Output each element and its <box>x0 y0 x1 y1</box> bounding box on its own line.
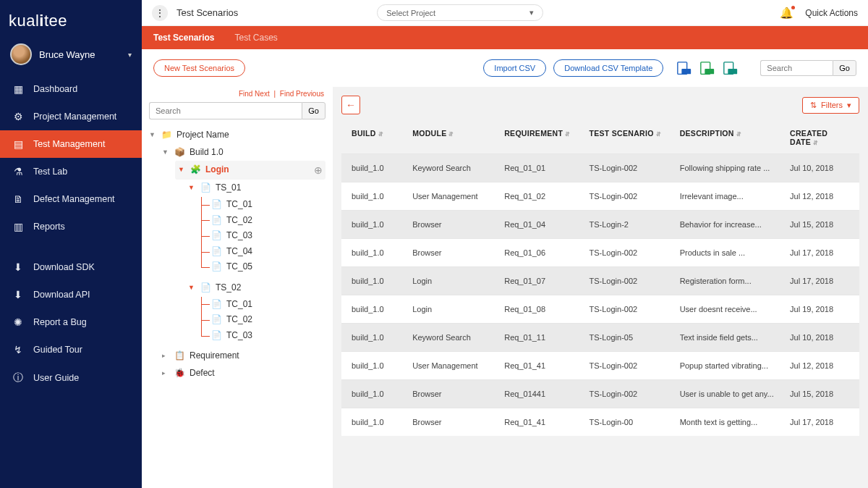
chevron-down-icon: ▾ <box>128 51 132 59</box>
tab-test-scenarios[interactable]: Test Scenarios <box>153 33 214 43</box>
box-icon: 📦 <box>174 147 185 159</box>
tree-node-tc[interactable]: 📄TC_02 <box>211 213 326 229</box>
search-input[interactable] <box>760 60 833 76</box>
export-xls-icon[interactable] <box>699 61 715 75</box>
cell-description: Following shipping rate ... <box>676 164 786 172</box>
cell-build: build_1.0 <box>347 333 408 342</box>
tree-node-login[interactable]: ▼ 🧩 Login ⊕ <box>175 161 326 180</box>
table-row[interactable]: build_1.0User ManagementReq_01_02TS-Logi… <box>341 182 859 210</box>
cell-requirement: Req_01_08 <box>500 305 584 314</box>
sidebar-item-project-management[interactable]: ⚙Project Management <box>0 103 142 130</box>
sidebar-item-test-lab[interactable]: ⚗Test Lab <box>0 158 142 185</box>
sidebar-item-dashboard[interactable]: ▦Dashboard <box>0 75 142 103</box>
tree-node-tc[interactable]: 📄TC_03 <box>211 328 326 344</box>
cell-description: Registeration form... <box>676 277 786 285</box>
cell-created: Jul 10, 2018 <box>786 333 854 342</box>
cell-created: Jul 12, 2018 <box>786 361 854 370</box>
filter-icon: ⇅ <box>810 101 817 110</box>
cell-scenario: TS-Login-002 <box>585 248 676 257</box>
table-row[interactable]: build_1.0Keyword SearchReq_01_01TS-Login… <box>341 153 859 182</box>
find-next-link[interactable]: Find Next <box>239 90 270 98</box>
case-icon: 📄 <box>211 314 222 326</box>
tree-node-build[interactable]: ▼ 📦 Build 1.0 <box>162 144 326 161</box>
cell-module: User Management <box>408 192 500 201</box>
tree-node-tc[interactable]: 📄TC_04 <box>211 244 326 260</box>
svg-rect-5 <box>728 69 738 74</box>
col-description[interactable]: DESCRIPTION⇵ <box>676 129 786 146</box>
col-build[interactable]: BUILD⇵ <box>347 129 408 146</box>
tree-node-tc[interactable]: 📄TC_01 <box>211 197 326 213</box>
tab-test-cases[interactable]: Test Cases <box>234 33 277 43</box>
col-created[interactable]: CREATED DATE⇵ <box>786 129 854 146</box>
list-icon: ▤ <box>12 138 25 150</box>
cell-build: build_1.0 <box>347 248 408 257</box>
tree-node-requirement[interactable]: ▸ 📋 Requirement <box>162 348 326 365</box>
new-test-scenarios-button[interactable]: New Test Scenarios <box>153 59 245 77</box>
project-select[interactable]: Select Project ▾ <box>377 4 543 21</box>
table-row[interactable]: build_1.0Keyword SearchReq_01_11TS-Login… <box>341 323 859 351</box>
cell-requirement: Req_01_41 <box>500 361 584 370</box>
case-icon: 📄 <box>211 199 222 211</box>
logo: kualitee <box>0 0 142 36</box>
cell-created: Jul 12, 2018 <box>786 192 854 201</box>
col-requirement[interactable]: REQUIREMENT⇵ <box>500 129 584 146</box>
page-title: Test Scenarios <box>176 7 238 18</box>
find-previous-link[interactable]: Find Previous <box>280 90 324 98</box>
requirement-icon: 📋 <box>174 350 185 362</box>
tree-search-input[interactable] <box>149 102 302 119</box>
notifications-button[interactable]: 🔔 <box>780 7 793 20</box>
sidebar-item-download-sdk[interactable]: ⬇Download SDK <box>0 253 142 281</box>
tree-search-go-button[interactable]: Go <box>302 102 326 119</box>
table-row[interactable]: build_1.0BrowserReq_01_41TS-Login-00Mont… <box>341 408 859 436</box>
cell-created: Jul 17, 2018 <box>786 248 854 257</box>
sidebar-item-test-management[interactable]: ▤Test Management <box>0 130 142 158</box>
tree-node-tc[interactable]: 📄TC_05 <box>211 259 326 275</box>
col-module[interactable]: MODULE⇵ <box>408 129 500 146</box>
download-csv-template-button[interactable]: Download CSV Template <box>553 59 663 77</box>
table-row[interactable]: build_1.0User ManagementReq_01_41TS-Logi… <box>341 351 859 379</box>
search-go-button[interactable]: Go <box>833 60 856 76</box>
add-icon[interactable]: ⊕ <box>314 164 323 177</box>
user-menu[interactable]: Bruce Wayne ▾ <box>0 36 142 75</box>
sidebar-item-reports[interactable]: ▥Reports <box>0 213 142 240</box>
sidebar-item-defect-management[interactable]: 🗎Defect Management <box>0 185 142 213</box>
flask-icon: ⚗ <box>12 166 25 177</box>
dashboard-icon: ▦ <box>12 83 25 95</box>
tree-node-ts02[interactable]: ▼ 📄 TS_02 <box>188 279 326 297</box>
cell-scenario: TS-Login-00 <box>585 418 676 426</box>
more-button[interactable]: ⋮ <box>152 5 168 21</box>
tree-node-tc[interactable]: 📄TC_03 <box>211 228 326 244</box>
cell-build: build_1.0 <box>347 361 408 370</box>
col-scenario[interactable]: TEST SCENARIO⇵ <box>585 129 676 146</box>
sidebar-item-report-bug[interactable]: ✺Report a Bug <box>0 308 142 336</box>
sidebar-item-download-api[interactable]: ⬇Download API <box>0 281 142 308</box>
tree-node-tc[interactable]: 📄TC_02 <box>211 312 326 328</box>
quick-actions-button[interactable]: Quick Actions <box>805 8 858 18</box>
tree-node-defect[interactable]: ▸ 🐞 Defect <box>162 365 326 382</box>
table-row[interactable]: build_1.0BrowserReq_01_06TS-Login-002Pro… <box>341 238 859 266</box>
cell-created: Jul 17, 2018 <box>786 277 854 285</box>
back-button[interactable]: ← <box>341 96 360 114</box>
cell-requirement: Req_01_11 <box>500 333 584 342</box>
document-icon: 🗎 <box>12 193 25 205</box>
chart-icon: ▥ <box>12 221 25 232</box>
export-pdf-icon[interactable] <box>676 61 692 75</box>
export-doc-icon[interactable] <box>723 61 739 75</box>
import-csv-button[interactable]: Import CSV <box>483 59 546 77</box>
tree-node-ts01[interactable]: ▼ 📄 TS_01 <box>188 180 326 197</box>
sidebar-item-user-guide[interactable]: ⓘUser Guide <box>0 363 142 392</box>
avatar <box>10 43 32 65</box>
tree-node-project[interactable]: ▼ 📁 Project Name <box>149 127 326 144</box>
nav-primary: ▦Dashboard ⚙Project Management ▤Test Man… <box>0 75 142 240</box>
filters-button[interactable]: ⇅ Filters ▾ <box>802 97 859 114</box>
table-row[interactable]: build_1.0BrowserReq_01_04TS-Login-2Behav… <box>341 210 859 238</box>
cell-description: User is unable to get any... <box>676 390 786 398</box>
table-row[interactable]: build_1.0LoginReq_01_08TS-Login-002User … <box>341 295 859 323</box>
sidebar-item-guided-tour[interactable]: ↯Guided Tour <box>0 336 142 363</box>
cell-requirement: Req_01_41 <box>500 418 584 426</box>
main: ⋮ Test Scenarios Select Project ▾ 🔔 Quic… <box>142 0 868 488</box>
table-row[interactable]: build_1.0LoginReq_01_07TS-Login-002Regis… <box>341 266 859 295</box>
table-row[interactable]: build_1.0BrowserReq_01441TS-Login-002Use… <box>341 379 859 408</box>
caret-icon: ▼ <box>188 184 195 193</box>
tree-node-tc[interactable]: 📄TC_01 <box>211 297 326 313</box>
